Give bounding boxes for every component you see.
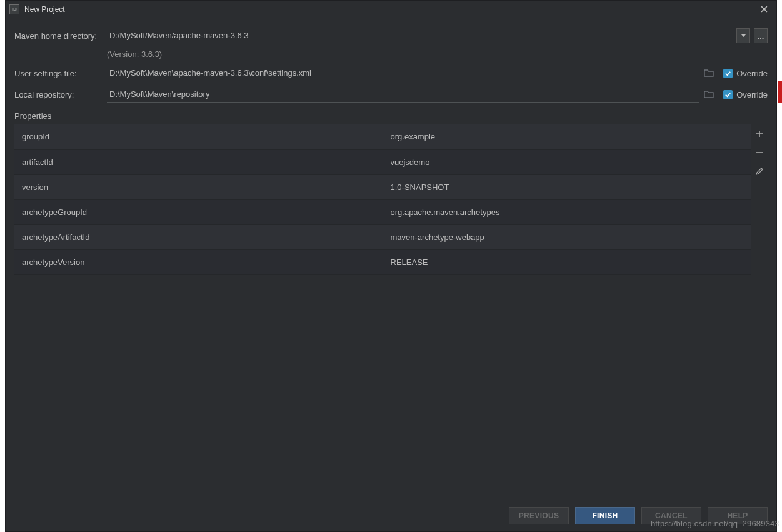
override-label: Override: [736, 69, 768, 78]
window-title: New Project: [24, 5, 755, 14]
table-row[interactable]: archetypeArtifactId maven-archetype-weba…: [14, 224, 751, 249]
app-icon: IJ: [9, 4, 19, 14]
table-row[interactable]: archetypeVersion RELEASE: [14, 249, 751, 274]
previous-button[interactable]: PREVIOUS: [509, 507, 569, 524]
new-project-dialog: IJ New Project Maven home directory: D:/…: [5, 0, 777, 532]
add-property-button[interactable]: [753, 127, 766, 141]
prop-value: vuejsdemo: [383, 149, 752, 174]
browse-maven-home-button[interactable]: ...: [754, 28, 768, 43]
prop-key: artifactId: [14, 149, 383, 174]
override-user-settings-checkbox[interactable]: [723, 69, 733, 78]
maven-home-value: D:/MySoft/Maven/apache-maven-3.6.3: [109, 31, 249, 40]
remove-property-button[interactable]: [753, 146, 766, 159]
table-row[interactable]: groupId org.example: [14, 124, 751, 149]
prop-key: archetypeArtifactId: [14, 224, 383, 249]
dialog-footer: PREVIOUS FINISH CANCEL HELP: [6, 499, 776, 531]
maven-home-combo[interactable]: D:/MySoft/Maven/apache-maven-3.6.3: [107, 27, 733, 44]
prop-key: version: [14, 174, 383, 199]
override-label: Override: [736, 90, 768, 99]
maven-version-note: (Version: 3.6.3): [107, 49, 768, 59]
table-row[interactable]: version 1.0-SNAPSHOT: [14, 174, 751, 199]
close-icon[interactable]: [755, 1, 773, 18]
maven-home-label: Maven home directory:: [14, 31, 107, 41]
prop-value: org.apache.maven.archetypes: [383, 199, 752, 224]
table-row[interactable]: archetypeGroupId org.apache.maven.archet…: [14, 199, 751, 224]
user-settings-label: User settings file:: [14, 69, 107, 78]
finish-button[interactable]: FINISH: [575, 507, 635, 524]
chevron-down-icon[interactable]: [736, 28, 750, 43]
local-repo-label: Local repository:: [14, 90, 107, 99]
prop-value: 1.0-SNAPSHOT: [383, 174, 752, 199]
prop-key: archetypeGroupId: [14, 199, 383, 224]
table-row[interactable]: artifactId vuejsdemo: [14, 149, 751, 174]
folder-icon[interactable]: [703, 89, 714, 100]
override-local-repo-checkbox[interactable]: [723, 90, 733, 99]
cancel-button[interactable]: CANCEL: [641, 507, 701, 524]
prop-value: maven-archetype-webapp: [383, 224, 752, 249]
titlebar: IJ New Project: [6, 1, 776, 18]
edit-property-button[interactable]: [753, 164, 766, 178]
properties-legend: Properties: [14, 111, 51, 121]
help-button[interactable]: HELP: [708, 507, 768, 524]
prop-key: groupId: [14, 124, 383, 149]
properties-table: groupId org.example artifactId vuejsdemo…: [14, 124, 751, 275]
local-repo-input[interactable]: [107, 86, 699, 103]
prop-value: org.example: [383, 124, 752, 149]
prop-key: archetypeVersion: [14, 249, 383, 274]
folder-icon[interactable]: [703, 68, 714, 79]
user-settings-input[interactable]: [107, 65, 699, 81]
prop-value: RELEASE: [383, 249, 752, 274]
